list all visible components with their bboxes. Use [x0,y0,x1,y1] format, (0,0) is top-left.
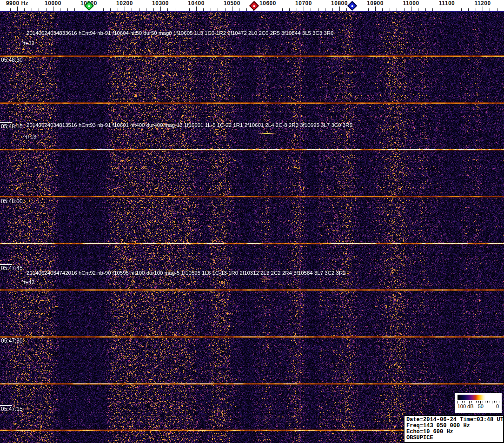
ruler-tick [468,8,469,11]
ruler-tick [125,7,125,11]
ruler-label: 10000 [45,0,61,7]
time-axis-tick [0,122,12,123]
ruler-tick [418,8,418,11]
ruler-tick [24,8,25,11]
observation-info-box: Date=2014-06-24 Time=03:48 UTC Freq=143 … [404,415,504,443]
ruler-label: 10500 [224,0,240,7]
ruler-label: 11000 [403,0,419,7]
ruler-tick [74,8,75,11]
ruler-tick [139,8,139,11]
ruler-tick [282,8,283,11]
time-axis-label: 05:47:15 [1,406,23,412]
color-scale-labels: -100 dB -50 0 [455,403,502,412]
color-scale-tick [490,401,490,403]
time-axis-label: 05:47:45 [1,265,23,271]
ruler-tick [425,8,426,11]
color-scale-tick [478,401,479,403]
ruler-tick [182,8,182,11]
ruler-tick [175,8,175,11]
ruler-tick [432,8,433,11]
time-axis-label: 05:48:15 [1,123,23,130]
color-scale-tick [483,401,483,403]
ruler-tick [118,8,118,11]
ruler-tick [146,8,146,11]
ruler-tick [132,8,132,11]
ruler-label: 10400 [188,0,205,7]
ruler-tick [67,8,68,11]
color-scale-tick [460,401,460,403]
time-axis-tick [0,405,12,406]
ruler-tick [3,8,3,11]
ruler-tick [203,8,204,11]
ruler-tick [232,7,232,11]
ruler-label: 10200 [116,0,133,7]
ruler-tick [461,8,462,11]
freq-marker-blue[interactable] [347,1,357,11]
color-scale-tick [485,401,485,403]
ruler-tick [39,8,39,11]
ruler-tick [110,8,111,11]
ruler-tick [10,8,11,11]
ruler-tick [346,8,347,11]
ruler-tick [246,8,247,11]
ruler-label: 10300 [152,0,169,7]
ruler-tick [497,8,497,11]
ruler-tick [103,8,104,11]
scale-label-max: 0 [496,403,499,409]
color-scale-tick [464,401,465,403]
frequency-ruler: 9900 Hz100001010010200103001040010500106… [0,0,504,11]
ruler-tick [160,7,161,11]
ruler-tick [60,8,60,11]
ruler-tick [96,8,96,11]
ruler-tick [275,8,275,11]
ruler-tick [153,8,154,11]
detection-annotation: 20140624034742016 hCnt92 nb-90 f10595 hi… [27,270,346,276]
ruler-tick [211,8,211,11]
ruler-tick [440,8,440,11]
ruler-tick [447,7,447,11]
ruler-tick [311,8,311,11]
ruler-tick [297,8,297,11]
ruler-label: 10900 [367,0,384,7]
color-scale-tick [474,401,474,403]
ruler-tick [225,8,225,11]
ruler-label: 9900 Hz [6,0,28,7]
detection-annotation: 20140624034813516 hCnt93 nb-91 f10601 hi… [27,122,352,128]
ruler-tick [268,7,268,11]
info-station: OBSUPICE [406,435,503,441]
time-offset-label: ^t+33 [21,40,34,46]
ruler-tick [368,8,369,11]
color-scale-tick [476,401,477,403]
ruler-tick [361,8,361,11]
ruler-tick [218,8,218,11]
ruler-tick [397,8,397,11]
ruler-tick [318,8,318,11]
ruler-tick [339,7,340,11]
ruler-tick [261,8,261,11]
ruler-label: 10800 [331,0,348,7]
time-axis-label: 05:48:00 [1,198,23,205]
ruler-tick [82,8,82,11]
ruler-tick [411,7,411,11]
time-axis-tick [0,264,12,265]
ruler-tick [483,7,483,11]
scale-label-min: -100 dB [456,403,474,409]
color-scale-tick [494,401,495,403]
ruler-tick [304,7,304,11]
color-scale-tick [467,401,467,403]
ruler-tick [325,8,325,11]
ruler-tick [390,8,390,11]
ruler-tick [32,8,32,11]
ruler-tick [454,8,454,11]
color-scale-tick [462,401,463,403]
color-scale-tick [487,401,488,403]
ruler-tick [189,8,190,11]
ruler-tick [53,7,53,11]
ruler-tick [476,8,476,11]
ruler-tick [404,8,405,11]
freq-marker-red[interactable] [249,1,259,11]
time-axis-label: 05:47:30 [1,337,23,344]
ruler-tick [490,8,490,11]
ruler-tick [17,7,18,11]
db-color-scale: -100 dB -50 0 [455,393,502,413]
